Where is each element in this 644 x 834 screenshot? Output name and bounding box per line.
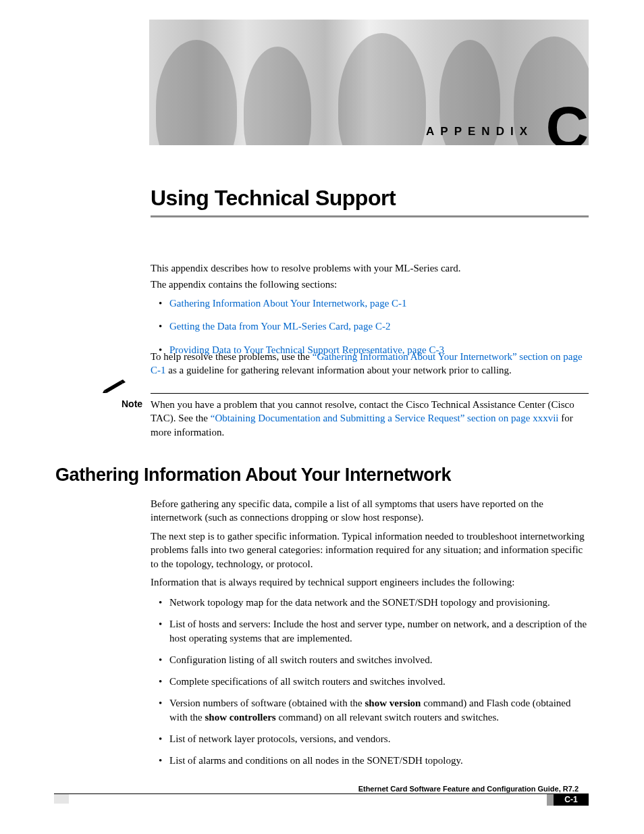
list-item: Network topology map for the data networ… <box>151 596 589 609</box>
list-item: List of alarms and conditions on all nod… <box>151 754 589 767</box>
list-item: List of network layer protocols, version… <box>151 732 589 746</box>
list-item: Configuration listing of all switch rout… <box>151 653 589 667</box>
title-rule <box>151 215 589 217</box>
document-page: APPENDIX C Using Technical Support This … <box>0 0 644 834</box>
list-item: Complete specifications of all switch ro… <box>151 675 589 688</box>
page-number-badge: C-1 <box>554 794 589 806</box>
list-text: Complete specifications of all switch ro… <box>169 676 446 687</box>
toc-link[interactable]: Getting the Data from Your ML-Series Car… <box>169 321 390 332</box>
list-text-post: command) on all relevant switch routers … <box>276 712 499 723</box>
cmd-show-controllers: show controllers <box>205 712 276 723</box>
toc-item: Gathering Information About Your Interne… <box>151 296 589 310</box>
cmd-show-version: show version <box>365 698 421 708</box>
list-text: List of network layer protocols, version… <box>169 733 390 744</box>
list-text: List of hosts and servers: Include the h… <box>169 619 587 643</box>
list-text: List of alarms and conditions on all nod… <box>169 755 463 766</box>
pencil-icon <box>103 378 130 393</box>
note-body: When you have a problem that you cannot … <box>151 398 589 439</box>
note-link[interactable]: “Obtaining Documentation and Submitting … <box>211 413 559 423</box>
footer-mark-gray <box>547 794 554 806</box>
appendix-label: APPENDIX <box>426 124 533 140</box>
intro-paragraph-1: This appendix describes how to resolve p… <box>151 261 589 275</box>
resolve-paragraph: To help resolve these problems, use the … <box>151 350 589 377</box>
footer-rule <box>54 793 589 794</box>
info-list: Network topology map for the data networ… <box>151 592 589 775</box>
note-rule <box>151 393 589 394</box>
section-paragraph-b: The next step is to gather specific info… <box>151 529 589 571</box>
section-paragraph-a: Before gathering any specific data, comp… <box>151 497 589 525</box>
intro-paragraph-2: The appendix contains the following sect… <box>151 278 589 291</box>
section-paragraph-c: Information that is always required by t… <box>151 575 589 589</box>
toc-item: Getting the Data from Your ML-Series Car… <box>151 319 589 333</box>
resolve-lead: To help resolve these problems, use the <box>151 351 313 362</box>
list-text: Network topology map for the data networ… <box>169 597 550 608</box>
appendix-letter: C <box>545 98 589 145</box>
note-label: Note <box>122 398 142 411</box>
resolve-tail: as a guideline for gathering relevant in… <box>166 365 512 375</box>
list-text-pre: Version numbers of software (obtained wi… <box>169 698 365 708</box>
list-item: List of hosts and servers: Include the h… <box>151 617 589 645</box>
footer-mark-light <box>54 794 69 804</box>
toc-link[interactable]: Gathering Information About Your Interne… <box>169 298 407 309</box>
section-heading: Gathering Information About Your Interne… <box>55 463 451 487</box>
footer-book-title: Ethernet Card Software Feature and Confi… <box>358 784 579 794</box>
list-text: Configuration listing of all switch rout… <box>169 654 433 665</box>
chapter-title: Using Technical Support <box>151 184 396 213</box>
appendix-banner: APPENDIX C <box>149 20 589 145</box>
list-item: Version numbers of software (obtained wi… <box>151 696 589 724</box>
